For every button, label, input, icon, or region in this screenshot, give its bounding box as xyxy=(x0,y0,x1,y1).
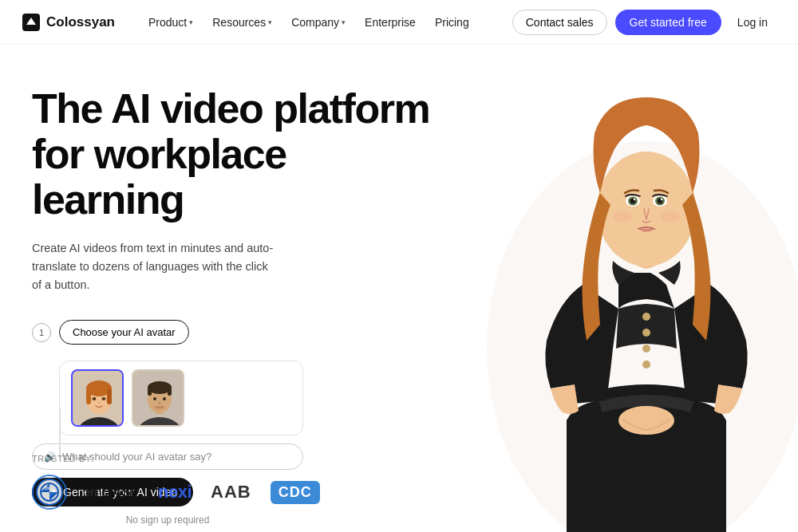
aab-logo: AAB xyxy=(211,482,251,502)
svg-point-20 xyxy=(159,402,161,404)
svg-point-19 xyxy=(163,397,166,400)
cdc-logo: CDC xyxy=(271,481,320,504)
nav-pricing[interactable]: Pricing xyxy=(427,11,477,33)
svg-point-40 xyxy=(613,211,632,223)
chevron-down-icon: ▾ xyxy=(268,18,272,26)
nav-cta: Contact sales Get started free Log in xyxy=(512,10,776,35)
avatar-male[interactable] xyxy=(132,369,184,427)
nav-product[interactable]: Product ▾ xyxy=(140,11,201,33)
nav-resources[interactable]: Resources ▾ xyxy=(204,11,280,33)
svg-point-9 xyxy=(102,397,106,400)
nav-links: Product ▾ Resources ▾ Company ▾ Enterpri… xyxy=(140,11,512,33)
female-avatar-image xyxy=(73,371,124,427)
hero-subtitle: Create AI videos from text in minutes an… xyxy=(32,239,279,295)
bmw-logo: BMW xyxy=(32,475,67,510)
hero-left: The AI video platform for workplace lear… xyxy=(32,45,447,532)
svg-rect-6 xyxy=(86,388,91,404)
nav-enterprise[interactable]: Enterprise xyxy=(357,11,424,33)
chevron-down-icon: ▾ xyxy=(189,18,193,26)
chevron-down-icon: ▾ xyxy=(342,18,346,26)
svg-point-31 xyxy=(597,152,696,266)
get-started-button[interactable]: Get started free xyxy=(615,10,721,35)
svg-point-26 xyxy=(642,313,650,321)
basf-text: BASF xyxy=(101,484,139,501)
svg-point-28 xyxy=(642,345,650,353)
aab-text: AAB xyxy=(211,482,251,502)
nexi-text: nexi xyxy=(158,482,192,502)
trusted-logos: BMW BASF nexi AAB xyxy=(32,475,320,510)
basf-logo: BASF xyxy=(86,484,139,501)
svg-point-8 xyxy=(93,397,97,400)
svg-point-39 xyxy=(661,199,662,200)
svg-rect-7 xyxy=(107,388,112,404)
svg-point-18 xyxy=(153,397,156,400)
choose-avatar-button[interactable]: Choose your AI avatar xyxy=(59,320,189,345)
connector-line xyxy=(59,408,61,458)
svg-point-35 xyxy=(634,199,635,200)
trusted-by-section: TRUSTED BY: BMW xyxy=(32,454,320,510)
hero-right xyxy=(447,45,798,532)
no-signup-label: No sign up required xyxy=(32,514,303,526)
navbar: Colossyan Product ▾ Resources ▾ Company … xyxy=(0,0,798,45)
step-1-badge: 1 xyxy=(32,323,51,342)
login-button[interactable]: Log in xyxy=(729,10,776,34)
nav-company[interactable]: Company ▾ xyxy=(283,11,354,33)
hero-title: The AI video platform for workplace lear… xyxy=(32,86,447,223)
trusted-label: TRUSTED BY: xyxy=(32,454,320,463)
avatar-thumbnails xyxy=(59,361,303,435)
svg-point-21 xyxy=(153,405,166,410)
contact-sales-button[interactable]: Contact sales xyxy=(512,10,607,35)
svg-rect-17 xyxy=(168,388,172,396)
svg-rect-16 xyxy=(148,388,152,396)
hero-section: The AI video platform for workplace lear… xyxy=(0,45,798,532)
hero-woman-svg xyxy=(479,69,798,532)
logo-link[interactable]: Colossyan xyxy=(22,14,115,31)
svg-point-27 xyxy=(642,329,650,337)
svg-point-10 xyxy=(98,402,101,404)
svg-text:BMW: BMW xyxy=(45,486,55,491)
bmw-svg: BMW xyxy=(35,478,64,506)
svg-point-29 xyxy=(642,361,650,368)
logo-text: Colossyan xyxy=(46,14,115,30)
nexi-logo: nexi xyxy=(158,482,192,502)
basf-square-icon xyxy=(86,487,97,498)
male-avatar-image xyxy=(133,371,184,427)
svg-point-41 xyxy=(661,211,680,223)
svg-marker-0 xyxy=(26,18,36,25)
cdc-badge: CDC xyxy=(271,481,320,504)
avatar-female[interactable] xyxy=(71,369,124,427)
step-1-row: 1 Choose your AI avatar xyxy=(32,320,303,345)
logo-icon xyxy=(22,14,40,31)
